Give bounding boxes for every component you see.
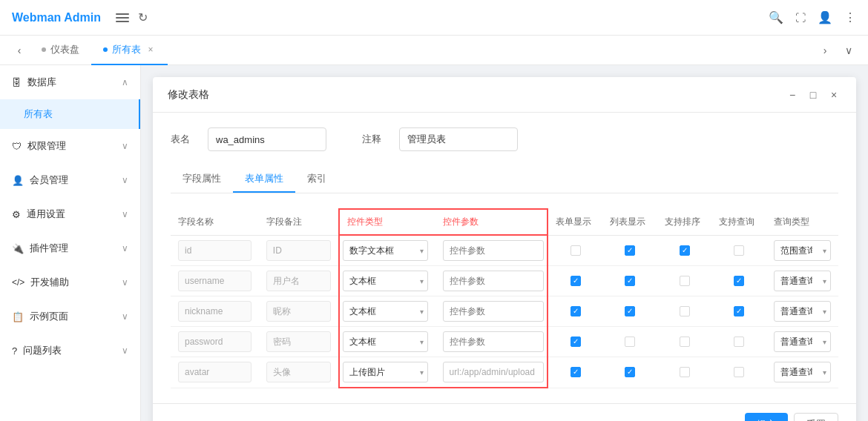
properties-table: 字段名称 字段备注 控件类型 控件参数 表单显示 列表显示 支持排序 支持查询 … [171,208,838,388]
query-type-select[interactable]: 普通查询 [774,271,831,291]
queryable-0-checkbox[interactable] [734,245,744,256]
maximize-icon[interactable]: □ [806,87,821,102]
ctrl-type-select-wrapper: 上传图片▾ [343,362,428,382]
ctrl-type-select[interactable]: 文本框 [343,271,428,291]
sidebar-group-dev: </> 开发辅助 ∨ [0,265,140,299]
ctrl-param-input[interactable] [443,331,544,352]
field-name-input[interactable] [178,301,251,322]
ctrl-type-select-wrapper: 文本框▾ [343,271,428,291]
minimize-icon[interactable]: − [785,87,800,102]
main-layout: 🗄 数据库 ∧ 所有表 🛡 权限管理 ∨ 👤 会员管理 ∨ [0,65,868,421]
form-show-2-checkbox[interactable] [571,306,581,316]
sidebar-group-permission: 🛡 权限管理 ∨ [0,129,140,163]
form-info-row: 表名 注释 [171,127,838,151]
sortable-4-checkbox[interactable] [680,367,690,377]
table-row: 文本框▾普通查询▾ [171,296,838,327]
hamburger-icon[interactable] [116,13,129,22]
sidebar: 🗄 数据库 ∧ 所有表 🛡 权限管理 ∨ 👤 会员管理 ∨ [0,65,141,421]
sortable-2-checkbox[interactable] [680,306,690,316]
tab-dashboard[interactable]: 仪表盘 [30,36,91,65]
sidebar-group-example-header[interactable]: 📋 示例页面 ∨ [0,299,140,334]
sidebar-group-database: 🗄 数据库 ∧ 所有表 [0,65,140,129]
field-remark-input[interactable] [266,301,331,322]
header-queryable: 支持查询 [711,209,766,235]
form-show-3-checkbox[interactable] [571,337,581,347]
sidebar-group-issues-header[interactable]: ? 问题列表 ∨ [0,334,140,368]
tab-prev-arrow[interactable]: ‹ [9,40,30,61]
expand-icon[interactable]: ⛶ [795,12,806,24]
query-type-select[interactable]: 范围查询 [774,240,831,261]
tab-index[interactable]: 索引 [295,166,338,193]
form-show-4-checkbox[interactable] [571,367,581,377]
more-icon[interactable]: ⋮ [844,10,856,24]
ctrl-type-select[interactable]: 上传图片 [343,362,428,382]
field-remark-input[interactable] [266,362,331,382]
field-name-input[interactable] [178,240,251,261]
refresh-icon[interactable]: ↻ [138,10,148,24]
chevron-down-icon-6: ∨ [122,311,128,322]
sidebar-group-settings-header[interactable]: ⚙ 通用设置 ∨ [0,197,140,231]
queryable-3-checkbox[interactable] [734,337,744,347]
search-icon[interactable]: 🔍 [769,10,783,24]
close-icon[interactable]: × [826,87,841,102]
sidebar-group-plugin-header[interactable]: 🔌 插件管理 ∨ [0,231,140,265]
tab-next-arrow[interactable]: › [815,40,835,61]
queryable-1-checkbox[interactable] [734,276,744,286]
list-show-3-checkbox[interactable] [625,337,635,347]
table-row: 数字文本框▾范围查询▾ [171,235,838,266]
field-name-input[interactable] [178,362,251,382]
field-name-input[interactable] [178,331,251,352]
list-show-1-checkbox[interactable] [625,276,635,286]
question-icon: ? [12,345,17,357]
dialog-header: 修改表格 − □ × [153,77,856,113]
comment-input[interactable] [399,127,518,151]
tab-close-all-tables[interactable]: × [145,44,156,55]
query-type-select[interactable]: 普通查询 [774,331,831,352]
ctrl-type-select-wrapper: 文本框▾ [343,331,428,352]
ctrl-param-input[interactable] [443,301,544,322]
ctrl-param-input[interactable] [443,271,544,291]
tabs-bar: ‹ 仪表盘 所有表 × › ∨ [0,36,868,65]
query-type-select[interactable]: 普通查询 [774,362,831,382]
sidebar-group-permission-header[interactable]: 🛡 权限管理 ∨ [0,129,140,163]
sortable-1-checkbox[interactable] [680,276,690,286]
gear-icon: ⚙ [12,209,21,220]
user-icon[interactable]: 👤 [818,10,832,24]
sidebar-group-member-header[interactable]: 👤 会员管理 ∨ [0,163,140,197]
field-name-input[interactable] [178,271,251,291]
ctrl-type-select[interactable]: 文本框 [343,331,428,352]
field-remark-input[interactable] [266,271,331,291]
sidebar-group-database-header[interactable]: 🗄 数据库 ∧ [0,65,140,99]
tab-field-props[interactable]: 字段属性 [171,166,233,193]
list-show-0-checkbox[interactable] [625,245,635,256]
list-show-2-checkbox[interactable] [625,306,635,316]
table-row: 文本框▾普通查询▾ [171,327,838,357]
header-sortable: 支持排序 [657,209,711,235]
dialog-modify-table: 修改表格 − □ × 表名 注释 字段 [153,77,856,421]
sortable-3-checkbox[interactable] [680,337,690,347]
tab-dropdown-arrow[interactable]: ∨ [838,40,859,61]
submit-button[interactable]: 提交 [745,413,788,421]
sidebar-item-all-tables[interactable]: 所有表 [0,99,140,129]
sortable-0-checkbox[interactable] [680,245,690,256]
ctrl-param-input[interactable] [443,240,544,261]
list-show-4-checkbox[interactable] [625,367,635,377]
reset-button[interactable]: 重置 [794,413,838,421]
tab-form-props[interactable]: 表单属性 [233,166,295,193]
ctrl-param-input[interactable] [443,362,544,382]
table-name-input[interactable] [208,127,326,151]
tab-all-tables[interactable]: 所有表 × [91,36,168,65]
queryable-2-checkbox[interactable] [734,306,744,316]
ctrl-type-select[interactable]: 数字文本框 [343,240,428,261]
query-type-select-wrapper: 普通查询▾ [774,271,831,291]
query-type-select[interactable]: 普通查询 [774,301,831,322]
sidebar-group-settings: ⚙ 通用设置 ∨ [0,197,140,231]
field-remark-input[interactable] [266,331,331,352]
queryable-4-checkbox[interactable] [734,367,744,377]
sidebar-group-dev-header[interactable]: </> 开发辅助 ∨ [0,265,140,299]
tab-dot-dashboard [42,47,46,52]
form-show-1-checkbox[interactable] [571,276,581,286]
field-remark-input[interactable] [266,240,331,261]
ctrl-type-select[interactable]: 文本框 [343,301,428,322]
form-show-0-checkbox[interactable] [571,245,581,256]
